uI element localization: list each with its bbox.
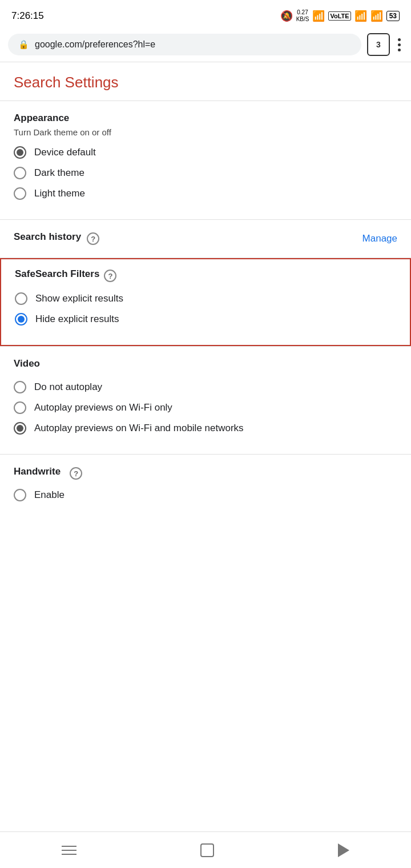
menu-dot-2 xyxy=(398,43,401,46)
status-icons: 🔕 0.27KB/S 📶 VoLTE 📶 📶 53 xyxy=(280,9,400,23)
radio-show-explicit[interactable]: Show explicit results xyxy=(15,292,396,305)
radio-autoplay-wifi[interactable]: Autoplay previews on Wi-Fi only xyxy=(14,401,397,414)
radio-dark-theme-circle xyxy=(14,167,26,179)
page-title: Search Settings xyxy=(0,62,411,101)
radio-light-theme-circle xyxy=(14,187,26,200)
battery-indicator: 53 xyxy=(386,11,400,21)
radio-autoplay-wifi-circle xyxy=(14,401,26,414)
radio-light-theme[interactable]: Light theme xyxy=(14,187,397,200)
radio-no-autoplay-label: Do not autoplay xyxy=(34,381,102,393)
back-icon xyxy=(338,843,349,857)
appearance-section: Appearance Turn Dark theme on or off Dev… xyxy=(0,101,411,219)
radio-dark-theme-label: Dark theme xyxy=(34,167,84,179)
nav-hamburger-button[interactable] xyxy=(62,846,76,855)
video-section: Video Do not autoplay Autoplay previews … xyxy=(0,347,411,454)
radio-autoplay-wifi-mobile[interactable]: Autoplay previews on Wi-Fi and mobile ne… xyxy=(14,422,397,435)
radio-device-default[interactable]: Device default xyxy=(14,146,397,159)
url-bar[interactable]: 🔒 google.com/preferences?hl=e xyxy=(8,34,361,55)
mute-icon: 🔕 xyxy=(280,10,293,22)
signal-bar-1: 📶 xyxy=(354,10,367,22)
url-bar-row: 🔒 google.com/preferences?hl=e 3 xyxy=(0,30,411,62)
handwrite-help-icon[interactable]: ? xyxy=(70,467,82,480)
url-text: google.com/preferences?hl=e xyxy=(35,39,155,50)
radio-light-theme-label: Light theme xyxy=(34,188,85,199)
search-history-help-icon[interactable]: ? xyxy=(87,232,99,245)
status-bar: 7:26:15 🔕 0.27KB/S 📶 VoLTE 📶 📶 53 xyxy=(0,0,411,30)
tabs-button[interactable]: 3 xyxy=(367,33,390,56)
handwrite-section-title: Handwrite xyxy=(14,466,61,477)
radio-autoplay-wifi-mobile-label: Autoplay previews on Wi-Fi and mobile ne… xyxy=(34,423,244,434)
radio-no-autoplay-circle xyxy=(14,381,26,393)
safesearch-title-row: SafeSearch Filters ? xyxy=(15,268,116,283)
radio-show-explicit-label: Show explicit results xyxy=(35,293,123,304)
radio-dark-theme[interactable]: Dark theme xyxy=(14,167,397,179)
radio-show-explicit-circle xyxy=(15,292,27,305)
search-history-left: Search history ? xyxy=(14,231,99,246)
menu-dot-3 xyxy=(398,49,401,51)
appearance-subtitle: Turn Dark theme on or off xyxy=(14,127,397,137)
radio-autoplay-wifi-label: Autoplay previews on Wi-Fi only xyxy=(34,402,172,413)
handwrite-title-row: Handwrite ? xyxy=(14,466,397,481)
square-icon xyxy=(200,843,214,857)
radio-device-default-circle xyxy=(14,146,26,159)
hamburger-icon xyxy=(62,846,76,855)
radio-no-autoplay[interactable]: Do not autoplay xyxy=(14,381,397,393)
nav-square-button[interactable] xyxy=(200,843,214,857)
wifi-icon: 📶 xyxy=(312,10,325,22)
radio-autoplay-wifi-mobile-circle xyxy=(14,422,26,435)
volte-icon: VoLTE xyxy=(328,11,350,21)
safesearch-header: SafeSearch Filters ? xyxy=(15,268,396,283)
radio-hide-explicit-circle xyxy=(15,313,27,326)
radio-enable-handwrite-circle xyxy=(14,489,26,501)
video-section-title: Video xyxy=(14,358,397,369)
menu-button[interactable] xyxy=(396,36,403,54)
nav-bar xyxy=(0,831,411,868)
handwrite-section: Handwrite ? Enable xyxy=(0,455,411,521)
safesearch-section: SafeSearch Filters ? Show explicit resul… xyxy=(0,258,411,346)
signal-bar-2: 📶 xyxy=(370,10,383,22)
radio-hide-explicit-label: Hide explicit results xyxy=(35,314,119,325)
manage-link[interactable]: Manage xyxy=(362,233,397,244)
menu-dot-1 xyxy=(398,38,401,41)
lock-icon: 🔒 xyxy=(18,39,29,50)
radio-enable-handwrite-label: Enable xyxy=(34,489,65,501)
safesearch-title: SafeSearch Filters xyxy=(15,268,99,280)
radio-device-default-label: Device default xyxy=(34,147,96,158)
search-history-row: Search history ? Manage xyxy=(0,220,411,258)
data-speed: 0.27KB/S xyxy=(296,9,309,23)
radio-enable-handwrite[interactable]: Enable xyxy=(14,489,397,501)
status-time: 7:26:15 xyxy=(11,10,44,22)
search-history-title: Search history xyxy=(14,231,81,243)
safesearch-help-icon[interactable]: ? xyxy=(104,270,116,282)
radio-hide-explicit[interactable]: Hide explicit results xyxy=(15,313,396,326)
nav-back-button[interactable] xyxy=(338,843,349,857)
appearance-section-title: Appearance xyxy=(14,112,397,124)
